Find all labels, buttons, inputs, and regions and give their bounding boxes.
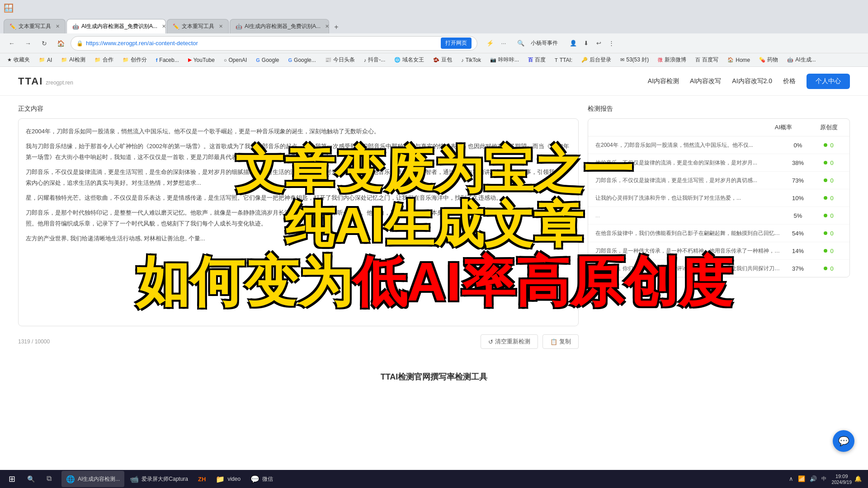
video-taskbar-icon: 📁 [216, 475, 225, 483]
taskbar-app-wechat[interactable]: 💬 微信 [246, 471, 278, 487]
start-button[interactable]: ⊞ [2, 470, 22, 488]
tab-3-close[interactable]: ✕ [219, 23, 223, 29]
copy-button[interactable]: 📋 复制 [542, 334, 579, 349]
star-icon: ★ [7, 57, 12, 63]
logo-sub: zreogpt.ren [46, 80, 73, 86]
text-para-6: 左方的产业世界, 我们给递清晰地生活行动感, 对林相让善治息, 个量... [26, 233, 571, 244]
download-icon[interactable]: ⬇ [580, 38, 591, 49]
bookmark-facebook[interactable]: f Faceb... [152, 56, 183, 64]
taskbar-app-zh[interactable]: ZH [193, 471, 210, 487]
refresh-button[interactable]: ↻ [38, 37, 51, 50]
report-row-5: ... 5% 0 [588, 207, 849, 225]
bookmark-admin[interactable]: 🔑 后台登录 [578, 55, 615, 65]
search-text: 小杨哥事件 [531, 39, 558, 47]
bookmark-home[interactable]: 🏠 Home [724, 56, 754, 64]
bookmark-ai[interactable]: 📁 AI [35, 56, 56, 64]
tab-2[interactable]: 🤖 AI生成内容检测器_免费识别A... ✕ [66, 19, 166, 33]
text-area-box[interactable]: 在2004年，刀郎音乐如同一股清泉，悄然流入中国乐坛。他不仅是一个歌手崛起，更是… [18, 118, 579, 326]
bookmark-google[interactable]: G Google [252, 56, 283, 64]
bookmark-baiduwrite[interactable]: 百 百度写 [692, 55, 722, 65]
bookmark-medicine[interactable]: 💊 药物 [755, 55, 782, 65]
bookmark-mail[interactable]: ✉ 53(53 封) [617, 55, 652, 65]
tab-4[interactable]: 🤖 AI生成内容检测器_免费识别A... ✕ [230, 19, 329, 33]
text-counter: 1319 / 10000 [18, 338, 50, 345]
report-header: AI概率 原创度 [588, 119, 849, 136]
home-button[interactable]: 🏠 [54, 37, 67, 50]
bookmark-partner[interactable]: 📁 合作 [91, 55, 117, 65]
tab-1-close[interactable]: ✕ [56, 23, 60, 29]
report-row-2-text: 他的音乐，不仅仅是旋律的流淌，更是生命的深刻体验，是对岁月... [595, 159, 781, 167]
taskbar-task-view[interactable]: ⧉ [40, 470, 58, 488]
report-row-7-text: 刀郎音乐，是一种伟大传承，是一种不朽精神。他用音乐传承了一种精神，那是对生活..… [595, 247, 781, 255]
taskbar-app-captura[interactable]: 📹 爱录屏大师Captura [125, 471, 193, 487]
bookmark-ai-detect[interactable]: 📁 AI检测 [57, 55, 89, 65]
orig-badge-3 [824, 178, 827, 182]
bookmark-baidu[interactable]: 百 百度 [524, 55, 549, 65]
new-tab-button[interactable]: + [330, 21, 343, 33]
more-icon[interactable]: ··· [498, 38, 509, 49]
open-page-button[interactable]: 打开网页 [441, 38, 472, 49]
report-row-2: 他的音乐，不仅仅是旋律的流淌，更是生命的深刻体验，是对岁月... 38% 0 [588, 154, 849, 172]
bookmark-ttai[interactable]: T TTAI: [551, 56, 576, 64]
report-row-6-text: 在他音乐旋律中，我们仿佛能看到自己影子在翩翩起舞，能触摸到自己回忆如丝如缕，..… [595, 229, 781, 237]
address-text: https://www.zerogpt.ren/ai-content-detec… [86, 40, 438, 47]
report-row-1: 在2004年，刀郎音乐如同一股清泉，悄然流入中国乐坛。他不仅... 0% 0 [588, 136, 849, 154]
report-row-1-ai: 0% [784, 142, 811, 149]
ime-icon[interactable]: 中 [821, 474, 827, 483]
settings-icon[interactable]: ⋮ [606, 38, 617, 49]
text-para-1: 在2004年，刀郎音乐如同一股清泉，悄然流入中国乐坛。他不仅是一个歌手崛起，更是… [26, 126, 571, 136]
refresh-icon: ↺ [488, 338, 493, 345]
tab-2-close[interactable]: ✕ [162, 23, 166, 29]
orig-badge-1 [824, 143, 827, 147]
taskbar-date: 2024/9/19 [832, 480, 852, 485]
taskbar-app-video-label: video [227, 476, 241, 482]
orig-badge-8 [824, 267, 827, 270]
text-para-5: 刀郎音乐，是那个时代独特印记，是整整一代人难以磨灭记忆。他歌声，就像是一条静静流… [26, 207, 571, 229]
extensions-icon[interactable]: ⚡ [485, 38, 495, 49]
back-button[interactable]: ← [5, 37, 18, 50]
chat-button[interactable]: 💬 [833, 430, 854, 452]
clear-recheck-button[interactable]: ↺ 清空重新检测 [481, 334, 538, 349]
forward-button[interactable]: → [22, 37, 34, 50]
orig-badge-5 [824, 214, 827, 217]
tray-arrow-icon[interactable]: ∧ [788, 474, 794, 483]
taskbar-app-captura-label: 爱录屏大师Captura [142, 475, 188, 483]
tab-3[interactable]: ✏️ 文本重写工具 ✕ [167, 19, 229, 33]
bookmark-favorites[interactable]: ★ 收藏夹 [4, 55, 33, 65]
tab-1[interactable]: ✏️ 文本重写工具 ✕ [4, 19, 66, 33]
bookmark-kaka[interactable]: 📷 咔咔咔... [486, 55, 523, 65]
taskbar-app-browser[interactable]: 🌐 AI生成内容检测... [61, 471, 124, 487]
bookmark-doubao[interactable]: 🫘 豆包 [429, 55, 456, 65]
tab-4-close[interactable]: ✕ [325, 23, 329, 29]
bookmark-google2[interactable]: G Google... [285, 56, 320, 64]
lock-icon: 🔒 [76, 40, 83, 47]
profile-icon[interactable]: 👤 [568, 38, 579, 49]
taskbar-app-video[interactable]: 📁 video [211, 471, 245, 487]
nav-price[interactable]: 价格 [783, 77, 796, 85]
history-icon[interactable]: ↩ [593, 38, 604, 49]
report-row-8: 刀郎音乐，你们怎么看待？欢迎在评论区分享你们感受，让我们共同探讨刀郎音乐魅力！ … [588, 260, 849, 277]
bookmark-youtube[interactable]: ▶ YouTube [184, 56, 218, 64]
nav-ai-detect[interactable]: AI内容检测 [648, 77, 679, 85]
report-row-6-orig: 0 [815, 230, 842, 237]
bookmark-weibo[interactable]: 微 新浪微博 [654, 55, 690, 65]
taskbar-search-icon[interactable]: 🔍 [22, 470, 40, 488]
browser-frame: 🪟 ✏️ 文本重写工具 ✕ 🤖 AI生成内容检测器_免费识别A... ✕ ✏️ … [0, 0, 868, 67]
notifications-icon[interactable]: 🔔 [854, 474, 863, 483]
bookmark-creation[interactable]: 📁 创作分 [119, 55, 151, 65]
text-para-2: 我与刀郎音乐结缘，始于那首令人心旷神怡的《2002年的第一场雪》。这首歌成为了我… [26, 141, 571, 162]
bookmark-toutiao[interactable]: 📰 今日头条 [321, 55, 359, 65]
user-center-button[interactable]: 个人中心 [807, 74, 850, 89]
bookmark-tiktok[interactable]: ♪ TikTok [458, 56, 485, 64]
address-bar[interactable]: 🔒 https://www.zerogpt.ren/ai-content-det… [71, 36, 477, 51]
search-toolbar-icon[interactable]: 🔍 [515, 38, 526, 49]
bookmark-domain[interactable]: 🌐 域名女王 [391, 55, 428, 65]
site-header: TTAI zreogpt.ren AI内容检测 AI内容改写 AI内容改写2.0… [0, 67, 868, 96]
bookmark-douyin[interactable]: ♪ 抖音-... [360, 55, 389, 65]
bookmark-aigenerate[interactable]: 🤖 AI生成... [783, 55, 819, 65]
nav-ai-rewrite[interactable]: AI内容改写 [690, 77, 721, 85]
volume-icon[interactable]: 🔊 [809, 474, 818, 483]
network-icon[interactable]: 📶 [797, 474, 806, 483]
nav-ai-rewrite2[interactable]: AI内容改写2.0 [732, 77, 772, 85]
bookmark-openai[interactable]: ○ OpenAI [220, 56, 250, 64]
